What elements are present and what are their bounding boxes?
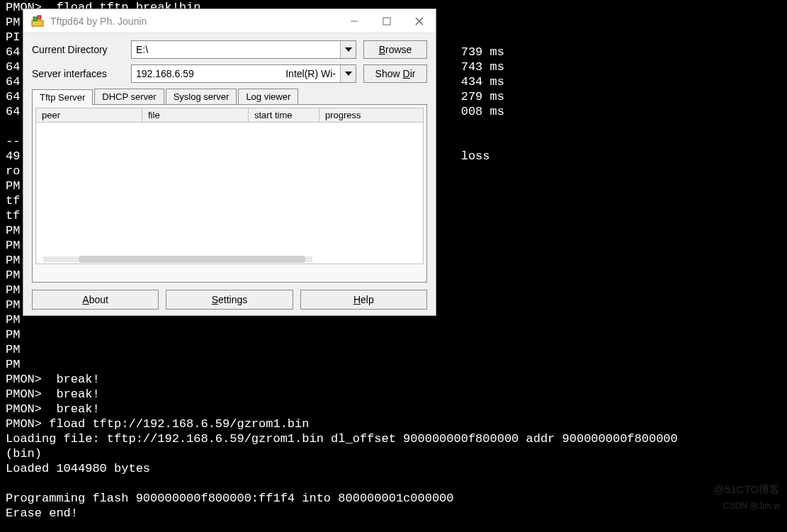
watermark-csdn: CSDN @Jim w — [723, 501, 780, 511]
horizontal-scrollbar-thumb[interactable] — [79, 256, 305, 263]
app-icon — [30, 14, 45, 28]
tab-dhcp-server[interactable]: DHCP server — [94, 89, 164, 104]
current-directory-combo[interactable]: E:\ — [131, 40, 356, 59]
tab-tftp-server[interactable]: Tftp Server — [32, 89, 93, 105]
settings-button[interactable]: Settings — [166, 290, 293, 310]
tab-syslog-server[interactable]: Syslog server — [166, 89, 237, 104]
dropdown-icon[interactable] — [340, 41, 356, 58]
server-interfaces-combo[interactable]: 192.168.6.59 Intel(R) Wi- — [131, 64, 356, 83]
close-button[interactable] — [403, 10, 436, 33]
about-button[interactable]: About — [32, 290, 159, 310]
column-peer[interactable]: peer — [36, 108, 142, 122]
svg-rect-0 — [32, 21, 43, 26]
svg-rect-1 — [33, 17, 37, 21]
show-dir-button[interactable]: Show Dir — [363, 64, 427, 83]
list-header: peer file start time progress — [35, 108, 424, 123]
browse-button[interactable]: Browse — [363, 40, 427, 59]
transfer-list[interactable] — [35, 123, 424, 264]
server-interface-ip: 192.168.6.59 — [136, 68, 194, 79]
current-directory-value: E:\ — [136, 44, 148, 55]
help-button[interactable]: Help — [300, 290, 427, 310]
current-directory-label: Current Directory — [32, 44, 124, 55]
window-titlebar[interactable]: Tftpd64 by Ph. Jounin — [23, 9, 436, 33]
maximize-button[interactable] — [370, 10, 403, 33]
tab-log-viewer[interactable]: Log viewer — [238, 89, 298, 104]
dropdown-icon[interactable] — [340, 65, 356, 82]
column-start-time[interactable]: start time — [249, 108, 319, 122]
svg-marker-7 — [345, 47, 352, 52]
svg-rect-2 — [38, 16, 41, 19]
server-interfaces-label: Server interfaces — [32, 68, 124, 79]
server-interface-desc: Intel(R) Wi- — [285, 68, 336, 79]
tftpd64-window: Tftpd64 by Ph. Jounin Current Directory … — [23, 9, 436, 316]
minimize-button[interactable] — [338, 10, 370, 33]
column-file[interactable]: file — [142, 108, 249, 122]
watermark-51cto: @51CTO博客 — [714, 483, 780, 497]
column-progress[interactable]: progress — [319, 108, 423, 122]
svg-rect-4 — [383, 18, 390, 25]
window-title: Tftpd64 by Ph. Jounin — [50, 16, 338, 27]
tab-bar: Tftp Server DHCP server Syslog server Lo… — [32, 89, 427, 104]
tab-panel: peer file start time progress — [32, 104, 427, 283]
svg-marker-8 — [345, 72, 352, 76]
